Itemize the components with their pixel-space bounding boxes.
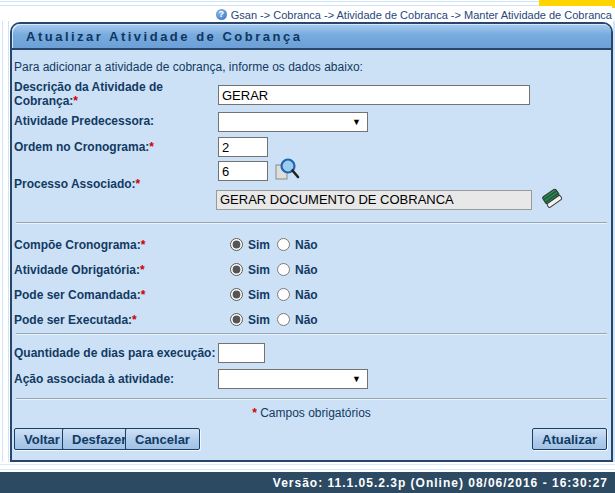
acao-select[interactable]: ▼	[218, 369, 368, 389]
dias-label: Quantidade de dias para execução:	[14, 346, 215, 360]
form-content: Para adicionar a atividade de cobrança, …	[12, 50, 611, 460]
acao-label: Ação associada à atividade:	[14, 372, 174, 386]
search-icon[interactable]	[274, 157, 300, 183]
radio-sim[interactable]	[230, 238, 243, 251]
required-star: *	[132, 313, 137, 327]
radio-nao-label: Não	[295, 288, 318, 302]
radio-sim[interactable]	[230, 263, 243, 276]
update-activity-panel: Atualizar Atividade de Cobrança Para adi…	[10, 22, 613, 462]
dias-input[interactable]	[218, 343, 265, 363]
atividade-obrigatoria-row: Atividade Obrigatória:* Sim Não	[12, 262, 611, 278]
top-stripe-band	[0, 0, 615, 8]
ordem-label-text: Ordem no Cronograma:	[14, 140, 149, 154]
descricao-label-text: Descrição da Atividade de Cobrança:	[14, 80, 163, 108]
atividade-obrigatoria-label: Atividade Obrigatória:*	[14, 263, 145, 277]
radio-sim-label: Sim	[248, 263, 270, 277]
required-fields-note: * Campos obrigatórios	[12, 406, 611, 420]
radio-nao-label: Não	[295, 313, 318, 327]
yellow-highlight-corner	[539, 0, 615, 6]
descricao-label: Descrição da Atividade de Cobrança:*	[14, 80, 214, 108]
radio-sim-label: Sim	[248, 313, 270, 327]
radio-sim-label: Sim	[248, 288, 270, 302]
required-star: *	[149, 140, 154, 154]
compoe-cronograma-row: Compõe Cronograma:* Sim Não	[12, 237, 611, 253]
processo-label: Processo Associado:*	[14, 177, 140, 191]
processo-label-text: Processo Associado:	[14, 177, 136, 191]
search-icon-graphic	[274, 157, 300, 183]
chevron-down-icon: ▼	[352, 117, 361, 127]
required-star: *	[141, 238, 146, 252]
pode-ser-comandada-row: Pode ser Comandada:* Sim Não	[12, 287, 611, 303]
ordem-input[interactable]	[218, 137, 268, 157]
footer-bar: Versão: 11.1.05.2.3p (Online) 08/06/2016…	[0, 472, 615, 493]
help-icon[interactable]: ?	[216, 9, 227, 20]
processo-input[interactable]	[218, 161, 268, 181]
required-star: *	[141, 288, 146, 302]
required-note-text: Campos obrigatórios	[260, 406, 371, 420]
required-star: *	[136, 177, 141, 191]
atividade-obrigatoria-label-text: Atividade Obrigatória:	[14, 263, 140, 277]
breadcrumb-bar: ? Gsan -> Cobranca -> Atividade de Cobra…	[0, 8, 615, 21]
breadcrumb: Gsan -> Cobranca -> Atividade de Cobranc…	[231, 9, 612, 21]
radio-nao-label: Não	[295, 263, 318, 277]
page-title: Atualizar Atividade de Cobrança	[12, 24, 611, 50]
version-text: Versão: 11.1.05.2.3p (Online) 08/06/2016…	[273, 476, 608, 490]
cancelar-button[interactable]: Cancelar	[125, 428, 200, 450]
pode-ser-executada-label-text: Pode ser Executada:	[14, 313, 132, 327]
left-stripe-band	[0, 8, 10, 472]
atualizar-button[interactable]: Atualizar	[532, 428, 607, 450]
radio-nao[interactable]	[277, 238, 290, 251]
pode-ser-executada-row: Pode ser Executada:* Sim Não	[12, 312, 611, 328]
separator	[16, 222, 607, 224]
required-star: *	[73, 94, 78, 108]
eraser-icon-graphic	[540, 185, 564, 211]
pode-ser-executada-label: Pode ser Executada:*	[14, 313, 137, 327]
radio-nao[interactable]	[277, 263, 290, 276]
radio-nao-label: Não	[295, 238, 318, 252]
predecessora-select[interactable]: ▼	[218, 112, 368, 132]
pode-ser-comandada-label-text: Pode ser Comandada:	[14, 288, 141, 302]
instruction-text: Para adicionar a atividade de cobrança, …	[14, 60, 363, 74]
radio-sim[interactable]	[230, 313, 243, 326]
required-star: *	[252, 406, 257, 420]
radio-sim-label: Sim	[248, 238, 270, 252]
descricao-input[interactable]	[218, 85, 530, 105]
bottom-stripe-band	[0, 462, 615, 472]
ordem-label: Ordem no Cronograma:*	[14, 140, 154, 154]
pode-ser-comandada-label: Pode ser Comandada:*	[14, 288, 145, 302]
required-star: *	[140, 263, 145, 277]
radio-nao[interactable]	[277, 288, 290, 301]
radio-sim[interactable]	[230, 288, 243, 301]
compoe-cronograma-label-text: Compõe Cronograma:	[14, 238, 141, 252]
separator	[16, 333, 607, 335]
separator	[16, 398, 607, 400]
processo-descricao-field: GERAR DOCUMENTO DE COBRANCA	[216, 190, 532, 210]
radio-nao[interactable]	[277, 313, 290, 326]
compoe-cronograma-label: Compõe Cronograma:*	[14, 238, 145, 252]
eraser-icon[interactable]	[540, 185, 564, 211]
chevron-down-icon: ▼	[352, 374, 361, 384]
predecessora-label: Atividade Predecessora:	[14, 114, 154, 128]
